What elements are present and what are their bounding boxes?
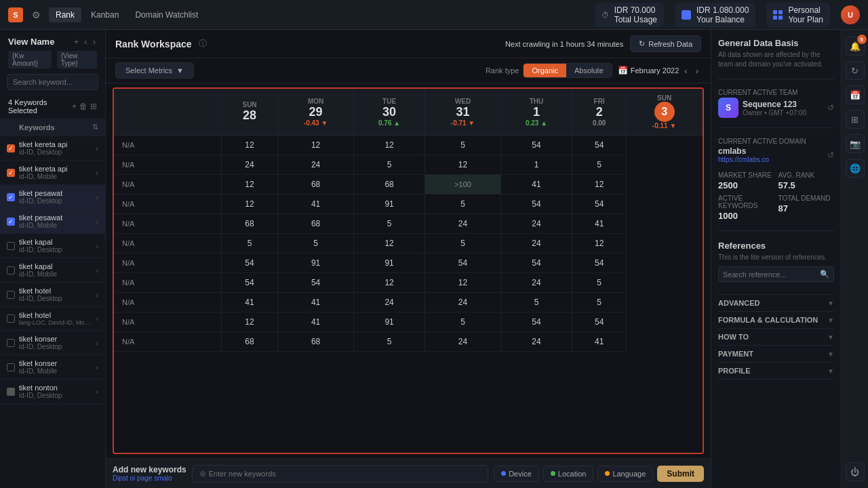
domain-refresh-icon[interactable]: ↺ [827,150,834,160]
market-share-label: MARKET SHARE [718,171,774,179]
sync-icon-button[interactable]: ↻ [846,61,865,80]
refs-search-input[interactable] [723,270,817,279]
keyword-checkbox[interactable] [7,266,15,274]
sidebar-nav-prev[interactable]: ‹ [83,37,88,47]
cell-value: 24 [500,234,572,253]
cell-value: 5 [353,155,425,175]
references-section: References This is the lite version of r… [718,241,834,286]
keyword-checkbox[interactable] [7,291,15,299]
user-avatar[interactable]: U [841,5,860,24]
sidebar-nav-next[interactable]: › [92,37,97,47]
sidebar-add-button[interactable]: + [73,37,81,47]
keyword-meta: lang-LOC, DevId-ID, Mobile [19,319,92,326]
list-item[interactable]: tiket kapal id-ID, Desktop › [0,234,105,258]
list-item[interactable]: ✓ tiket kereta api id-ID, Desktop › [0,136,105,161]
select-metrics-button[interactable]: Select Metrics ▼ [115,62,194,79]
col-header-0: SUN 28 [221,89,277,136]
keyword-checkbox[interactable] [7,242,15,250]
list-item[interactable]: ✓ tiket pesawat id-ID, Desktop › [0,185,105,209]
cell-value: 24 [500,214,572,234]
col-header-6: SUN 3 -0.11 ▼ [627,89,703,136]
calendar-icon-button[interactable]: 📅 [846,85,865,104]
rank-type-absolute[interactable]: Absolute [566,64,612,77]
cell-value: 5 [572,155,627,175]
rank-type-organic[interactable]: Organic [524,64,566,77]
settings-icon[interactable]: ⚙ [28,7,43,22]
list-item[interactable]: tiket hotel lang-LOC, DevId-ID, Mobile › [0,307,105,331]
divider [718,79,834,79]
table-row: N/A12419155454 [114,312,703,332]
add-keywords-sub[interactable]: Dipst oi page smalo [113,474,186,482]
cell-value: 5 [221,234,277,253]
cell-na: N/A [114,155,221,175]
plan-box: Personal Your Plan [766,3,830,27]
cell-value: 54 [221,273,277,293]
list-item[interactable]: tiket kapal id-ID, Mobile › [0,258,105,283]
delete-selected-button[interactable]: 🗑 [79,102,87,111]
list-item[interactable]: tiket nonton id-ID, Desktop › [0,380,105,404]
active-kw-label: ACTIVE KEYWORDS [718,195,774,209]
refs-search-wrap: 🔍 [718,266,834,282]
select-metrics-label: Select Metrics [125,66,172,75]
sidebar-meta: {Kw Amount} {View Type} [0,51,105,74]
col-header-3: WED 31 -0.71 ▼ [425,89,501,136]
language-button[interactable]: Language [597,466,653,482]
cell-value: 24 [425,332,501,352]
accordion-payment[interactable]: PAYMENT ▼ [718,346,834,363]
keyword-checkbox[interactable]: ✓ [7,169,15,177]
keyword-meta: id-ID, Mobile [19,173,92,180]
total-usage-box: ⏱ IDR 70.000 Total Usage [595,3,664,27]
camera-icon-button[interactable]: 📷 [846,134,865,153]
cell-value: 5 [425,136,501,155]
copy-selected-button[interactable]: ⊞ [90,102,97,111]
total-demand-stat: TOTAL DEMAND 87 [778,195,835,221]
list-item[interactable]: ✓ tiket pesawat id-ID, Mobile › [0,209,105,234]
keyword-checkbox[interactable]: ✓ [7,218,15,226]
list-item[interactable]: tiket hotel id-ID, Desktop › [0,283,105,307]
bottom-bar: Add new keywords Dipst oi page smalo ⊕ D… [106,458,711,488]
keyword-meta: id-ID, Desktop [19,392,92,399]
keyword-name: tiket hotel [19,287,92,295]
chevron-down-icon: ▼ [827,300,834,307]
accordion-profile[interactable]: PROFILE ▼ [718,363,834,380]
power-icon-button[interactable]: ⏻ [846,462,865,481]
nav-domain-watchlist[interactable]: Domain Watchlist [128,7,205,22]
chevron-right-icon: › [96,363,98,371]
accordion-advanced[interactable]: ADVANCED ▼ [718,295,834,312]
nav-kanban[interactable]: Kanban [84,7,125,22]
market-share-stat: MARKET SHARE 2500 [718,171,774,190]
date-prev-button[interactable]: ‹ [682,64,690,77]
cell-value: 54 [572,136,627,155]
grid-icon-button[interactable]: ⊞ [846,110,865,129]
current-team-label: CURRENT ACTIVE TEAM [718,89,834,96]
team-refresh-icon[interactable]: ↺ [827,103,834,113]
keyword-checkbox[interactable] [7,339,15,347]
globe-icon-button[interactable]: 🌐 [846,159,865,178]
keyword-checkbox[interactable]: ✓ [7,144,15,152]
device-button[interactable]: Device [494,466,539,482]
sidebar-selected: 4 Keywords Selected + 🗑 ⊞ [0,96,105,119]
add-selected-button[interactable]: + [72,102,77,111]
list-item[interactable]: tiket konser id-ID, Mobile › [0,355,105,380]
location-button[interactable]: Location [543,466,594,482]
accordion-howto[interactable]: HOW TO ▼ [718,329,834,346]
plan-name: Personal [788,5,823,15]
new-keywords-input[interactable] [209,470,481,478]
app-logo: S [8,7,23,22]
keyword-checkbox[interactable] [7,363,15,371]
keyword-checkbox[interactable]: ✓ [7,193,15,201]
keyword-checkbox[interactable] [7,314,15,323]
nav-rank[interactable]: Rank [49,7,81,22]
bell-icon-button[interactable]: 🔔 5 [846,37,865,56]
search-input[interactable] [7,74,98,90]
accordion-formula[interactable]: FORMULA & CALCULATION ▼ [718,312,834,329]
table-row: N/A68685242441 [114,214,703,234]
info-icon[interactable]: ⓘ [199,38,207,49]
list-item[interactable]: tiket konser id-ID, Desktop › [0,331,105,355]
submit-button[interactable]: Submit [657,466,704,482]
list-item[interactable]: ✓ tiket kereta api id-ID, Mobile › [0,161,105,185]
total-usage-label: Total Usage [614,15,657,24]
refresh-button[interactable]: ↻ Refresh Data [630,35,701,52]
domain-url[interactable]: https://cmlabs.co [718,156,769,163]
date-next-button[interactable]: › [693,64,701,77]
